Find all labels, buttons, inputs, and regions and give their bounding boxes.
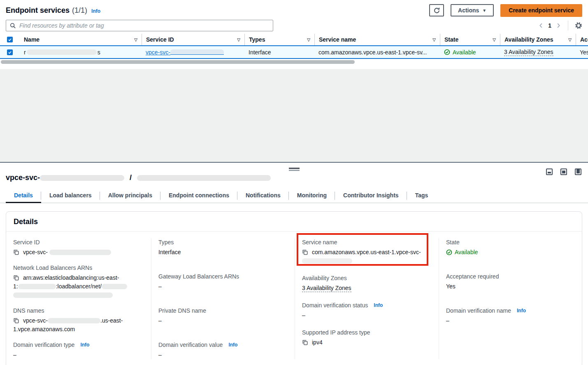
tab-details[interactable]: Details bbox=[6, 188, 41, 203]
details-card: Details Service ID vpce-svc- Network Loa… bbox=[6, 211, 582, 365]
tab-endpoint-connections[interactable]: Endpoint connections bbox=[160, 188, 237, 203]
copy-icon[interactable] bbox=[302, 339, 308, 346]
search-box[interactable] bbox=[6, 20, 273, 31]
actions-button[interactable]: Actions ▼ bbox=[451, 4, 494, 16]
panel-title-prefix: vpce-svc- bbox=[6, 173, 40, 182]
panel-title: vpce-svc- / bbox=[6, 173, 582, 182]
chevron-left-icon bbox=[538, 23, 544, 28]
availability-zones-popover-trigger[interactable]: 3 Availability Zones bbox=[302, 285, 351, 292]
field-glb-arns: Gateway Load Balancers ARNs – bbox=[158, 272, 286, 291]
tab-bar: Details Load balancers Allow principals … bbox=[0, 188, 588, 203]
redacted-text bbox=[40, 175, 124, 181]
copy-icon[interactable] bbox=[302, 249, 308, 255]
row-checkbox[interactable] bbox=[7, 49, 13, 55]
filter-icon[interactable]: ▽ bbox=[493, 37, 496, 42]
cell-service-name: com.amazonaws.vpce.us-east-1.vpce-sv... bbox=[314, 49, 440, 56]
copy-icon[interactable] bbox=[13, 275, 19, 281]
page-title-text: Endpoint services bbox=[6, 6, 70, 15]
filter-icon[interactable]: ▽ bbox=[134, 37, 137, 42]
column-header-types[interactable]: Types ▽ bbox=[244, 34, 314, 45]
field-domain-verification-value: Domain verification value Info – bbox=[158, 341, 286, 359]
panel-maximize-icon bbox=[576, 169, 580, 173]
field-domain-verification-type: Domain verification type Info – bbox=[13, 341, 143, 359]
column-header-state[interactable]: State ▽ bbox=[440, 34, 500, 45]
field-types: Types Interface bbox=[158, 238, 286, 257]
redacted-text bbox=[49, 250, 111, 255]
chevron-right-icon bbox=[555, 23, 561, 28]
redacted-text bbox=[27, 49, 97, 55]
column-header-name[interactable]: Name ▽ bbox=[20, 34, 142, 45]
state-text: Available bbox=[455, 248, 478, 257]
cell-types: Interface bbox=[244, 49, 314, 56]
details-column-2: Types Interface Gateway Load Balancers A… bbox=[151, 238, 295, 359]
scrollbar-thumb[interactable] bbox=[1, 60, 355, 64]
content-background bbox=[0, 66, 588, 162]
toolbar: 1 bbox=[0, 17, 588, 34]
cell-availability-zones: 3 Availability Zones bbox=[500, 49, 576, 56]
details-grid: Service ID vpce-svc- Network Load Balanc… bbox=[6, 232, 582, 365]
redacted-text bbox=[170, 49, 224, 55]
cell-state: Available bbox=[440, 49, 500, 56]
panel-drag-handle[interactable] bbox=[289, 168, 300, 171]
column-header-service-name[interactable]: Service name ▽ bbox=[314, 34, 440, 45]
filter-icon[interactable]: ▽ bbox=[568, 37, 572, 42]
redacted-text bbox=[13, 292, 113, 298]
info-link[interactable]: Info bbox=[517, 307, 526, 315]
table-settings-button[interactable] bbox=[575, 22, 582, 29]
state-text: Available bbox=[453, 49, 476, 56]
status-available-icon bbox=[446, 249, 452, 255]
panel-small-icon bbox=[548, 172, 551, 173]
info-link[interactable]: Info bbox=[374, 301, 383, 310]
actions-button-label: Actions bbox=[458, 7, 479, 14]
pagination: 1 bbox=[538, 21, 582, 30]
column-header-availability-zones[interactable]: Availability Zones ▽ bbox=[500, 34, 576, 45]
panel-size-small-button[interactable] bbox=[546, 168, 553, 175]
column-header-service-id[interactable]: Service ID ▽ bbox=[142, 34, 244, 45]
panel-size-medium-button[interactable] bbox=[560, 168, 567, 175]
copy-icon[interactable] bbox=[13, 318, 19, 324]
resource-count: (1/1) bbox=[72, 6, 87, 15]
tab-contributor-insights[interactable]: Contributor Insights bbox=[335, 188, 407, 203]
details-column-4: State Available Acceptance required Yes bbox=[439, 238, 582, 359]
column-header-acceptance-required[interactable]: Acceptance required bbox=[576, 34, 588, 45]
cell-acceptance-required: Yes bbox=[576, 49, 588, 56]
details-column-3: Service name com.amazonaws.vpce.us-east-… bbox=[295, 238, 439, 359]
info-link[interactable]: Info bbox=[91, 8, 100, 14]
search-input[interactable] bbox=[19, 22, 269, 29]
field-domain-verification-status: Domain verification status Info – bbox=[302, 301, 430, 320]
tab-notifications[interactable]: Notifications bbox=[237, 188, 289, 203]
field-service-name: Service name com.amazonaws.vpce.us-east-… bbox=[302, 238, 430, 265]
filter-icon[interactable]: ▽ bbox=[307, 37, 310, 42]
details-column-1: Service ID vpce-svc- Network Load Balanc… bbox=[6, 238, 151, 359]
split-panel: vpce-svc- / Details Load balancers Allow… bbox=[0, 162, 588, 365]
status-available-icon bbox=[444, 49, 450, 55]
create-endpoint-service-button[interactable]: Create endpoint service bbox=[500, 4, 582, 17]
table-row[interactable]: r s vpce-svc- Interface com.amazonaws.vp… bbox=[0, 45, 588, 59]
info-link[interactable]: Info bbox=[228, 341, 237, 349]
horizontal-scrollbar bbox=[0, 59, 588, 66]
current-page-number[interactable]: 1 bbox=[548, 22, 551, 29]
filter-icon[interactable]: ▽ bbox=[237, 37, 240, 42]
panel-size-controls bbox=[546, 168, 581, 175]
select-all-cell bbox=[0, 34, 20, 45]
pagination-divider bbox=[568, 21, 568, 30]
copy-icon[interactable] bbox=[13, 249, 19, 255]
previous-page-button[interactable] bbox=[538, 23, 544, 28]
tab-tags[interactable]: Tags bbox=[407, 188, 437, 203]
tab-allow-principals[interactable]: Allow principals bbox=[100, 188, 160, 203]
next-page-button[interactable] bbox=[555, 23, 561, 28]
row-select-cell bbox=[0, 46, 20, 58]
service-id-link[interactable]: vpce-svc- bbox=[146, 49, 224, 56]
refresh-button[interactable] bbox=[429, 4, 444, 16]
tab-monitoring[interactable]: Monitoring bbox=[289, 188, 335, 203]
tab-load-balancers[interactable]: Load balancers bbox=[41, 188, 100, 203]
availability-zones-popover-trigger[interactable]: 3 Availability Zones bbox=[504, 49, 553, 56]
field-private-dns-name: Private DNS name – bbox=[158, 307, 286, 325]
table-header: Name ▽ Service ID ▽ Types ▽ Service name… bbox=[0, 34, 588, 45]
filter-icon[interactable]: ▽ bbox=[432, 37, 436, 42]
panel-size-large-button[interactable] bbox=[575, 168, 581, 175]
select-all-checkbox[interactable] bbox=[7, 37, 13, 42]
search-icon bbox=[10, 23, 16, 29]
field-nlb-arns: Network Load Balancers ARNs arn:aws:elas… bbox=[13, 264, 143, 299]
info-link[interactable]: Info bbox=[80, 341, 89, 349]
